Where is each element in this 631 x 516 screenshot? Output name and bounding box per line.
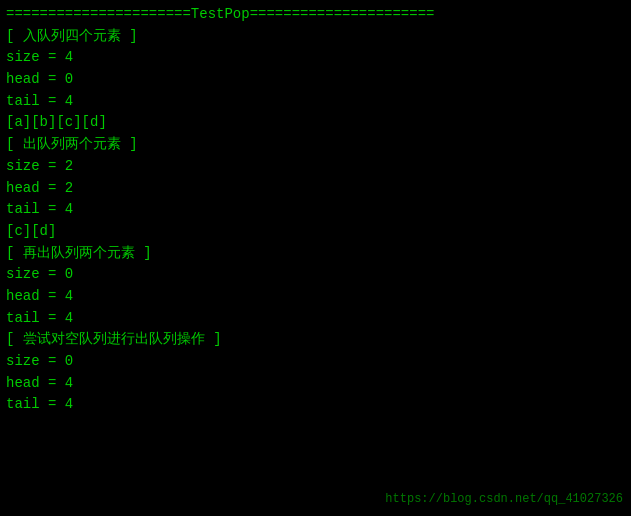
terminal-window: ======================TestPop===========…	[0, 0, 631, 516]
terminal-line: head = 4	[6, 373, 625, 395]
terminal-line: [ 入队列四个元素 ]	[6, 26, 625, 48]
terminal-line: size = 4	[6, 47, 625, 69]
terminal-line: ======================TestPop===========…	[6, 4, 625, 26]
terminal-line: head = 2	[6, 178, 625, 200]
terminal-line: head = 4	[6, 286, 625, 308]
terminal-line: tail = 4	[6, 394, 625, 416]
terminal-line: size = 0	[6, 264, 625, 286]
terminal-line: [ 尝试对空队列进行出队列操作 ]	[6, 329, 625, 351]
watermark: https://blog.csdn.net/qq_41027326	[385, 492, 623, 506]
output-area: ======================TestPop===========…	[6, 4, 625, 416]
terminal-line: [ 再出队列两个元素 ]	[6, 243, 625, 265]
terminal-line: tail = 4	[6, 91, 625, 113]
terminal-line: size = 0	[6, 351, 625, 373]
terminal-line: [a][b][c][d]	[6, 112, 625, 134]
terminal-line: [c][d]	[6, 221, 625, 243]
terminal-line: tail = 4	[6, 199, 625, 221]
terminal-line: head = 0	[6, 69, 625, 91]
terminal-line: tail = 4	[6, 308, 625, 330]
terminal-line: [ 出队列两个元素 ]	[6, 134, 625, 156]
terminal-line: size = 2	[6, 156, 625, 178]
